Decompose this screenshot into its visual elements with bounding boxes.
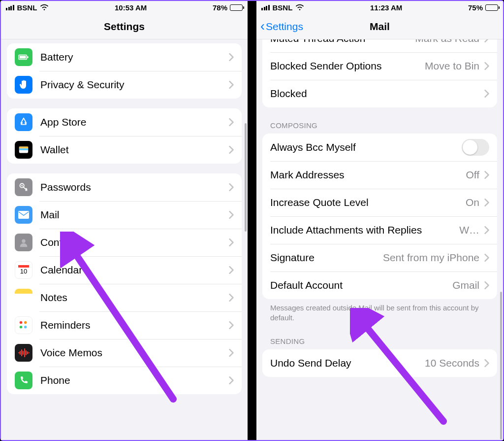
section-footer-composing: Messages created outside Mail will be se… — [256, 299, 503, 323]
row-value: Sent from my iPhone — [383, 252, 479, 264]
row-label: Notes — [40, 292, 224, 304]
settings-group: PasswordsMailContacts10CalendarNotesRemi… — [7, 173, 242, 394]
settings-row-contacts[interactable]: Contacts — [7, 229, 242, 256]
back-button[interactable]: ‹ Settings — [256, 20, 303, 33]
settings-group: App StoreWallet — [7, 108, 242, 164]
back-label: Settings — [266, 21, 303, 33]
calendar-icon: 10 — [15, 261, 32, 279]
signal-bars-icon — [6, 5, 14, 10]
svg-text:10: 10 — [20, 268, 27, 275]
row-label: Undo Send Delay — [270, 357, 420, 369]
mail-row-blocked-sender-options[interactable]: Blocked Sender OptionsMove to Bin — [262, 52, 497, 80]
settings-row-reminders[interactable]: Reminders — [7, 311, 242, 339]
reminders-icon — [15, 316, 32, 334]
settings-row-calendar[interactable]: 10Calendar — [7, 256, 242, 284]
chevron-right-icon — [229, 211, 234, 219]
scrollbar[interactable] — [500, 292, 502, 440]
row-label: Signature — [270, 252, 378, 264]
svg-point-14 — [20, 326, 23, 329]
envelope-icon — [15, 206, 32, 224]
row-label: Privacy & Security — [40, 79, 224, 91]
settings-row-mail[interactable]: Mail — [7, 201, 242, 229]
scrollbar[interactable] — [245, 123, 247, 232]
row-label: Calendar — [40, 264, 224, 276]
wifi-icon — [40, 4, 49, 11]
chevron-right-icon — [229, 349, 234, 357]
chevron-right-icon — [484, 171, 489, 179]
nav-bar: Settings — [1, 14, 248, 39]
svg-point-7 — [21, 185, 23, 186]
chevron-right-icon — [229, 146, 234, 154]
mail-row-undo-send-delay[interactable]: Undo Send Delay10 Seconds — [262, 349, 497, 377]
mail-row-blocked[interactable]: Blocked — [262, 80, 497, 107]
chevron-right-icon — [229, 53, 234, 61]
battery-pct-label: 75% — [468, 3, 483, 12]
row-label: Reminders — [40, 319, 224, 331]
settings-row-appstore[interactable]: App Store — [7, 108, 242, 136]
hand-icon — [15, 76, 32, 94]
notes-icon — [15, 289, 32, 306]
mail-row-default-account[interactable]: Default AccountGmail — [262, 271, 497, 299]
svg-rect-1 — [20, 56, 26, 59]
svg-rect-8 — [18, 211, 29, 219]
chevron-left-icon: ‹ — [260, 20, 265, 33]
settings-group: BatteryPrivacy & Security — [7, 43, 242, 99]
settings-row-voicememos[interactable]: Voice Memos — [7, 339, 242, 367]
chevron-right-icon — [484, 226, 489, 234]
mail-row-muted-thread[interactable]: Muted Thread ActionMark as Read — [262, 39, 497, 52]
settings-row-notes[interactable]: Notes — [7, 284, 242, 311]
chevron-right-icon — [484, 281, 489, 289]
battery-icon — [15, 48, 32, 66]
chevron-right-icon — [484, 359, 489, 367]
row-label: Contacts — [40, 237, 224, 248]
status-bar: BSNL 11:23 AM 75% — [256, 1, 503, 14]
battery-icon — [230, 4, 243, 11]
status-bar: BSNL 10:53 AM 78% — [1, 1, 248, 14]
phone-icon — [15, 372, 32, 389]
chevron-right-icon — [229, 321, 234, 329]
toggle-switch[interactable] — [462, 139, 489, 156]
row-value: 10 Seconds — [425, 357, 479, 369]
row-label: Blocked Sender Options — [270, 60, 420, 72]
chevron-right-icon — [229, 183, 234, 191]
chevron-right-icon — [229, 294, 234, 302]
row-label: Include Attachments with Replies — [270, 224, 454, 236]
row-value: Gmail — [452, 279, 479, 291]
key-icon — [15, 178, 32, 196]
contacts-icon — [15, 234, 32, 251]
mail-row-increase-quote[interactable]: Increase Quote LevelOn — [262, 189, 497, 216]
svg-rect-4 — [19, 147, 28, 149]
clock-label: 11:23 AM — [370, 3, 402, 12]
carrier-label: BSNL — [273, 3, 293, 12]
row-label: Phone — [40, 374, 224, 386]
svg-point-13 — [24, 321, 27, 324]
settings-row-passwords[interactable]: Passwords — [7, 173, 242, 201]
chevron-right-icon — [484, 39, 489, 42]
settings-row-phone[interactable]: Phone — [7, 367, 242, 394]
chevron-right-icon — [484, 90, 489, 98]
mail-row-include-attachments[interactable]: Include Attachments with RepliesW… — [262, 216, 497, 244]
chevron-right-icon — [484, 254, 489, 262]
clock-label: 10:53 AM — [115, 3, 147, 12]
chevron-right-icon — [484, 62, 489, 70]
row-value: Move to Bin — [425, 60, 479, 72]
appstore-icon — [15, 113, 32, 131]
mail-row-signature[interactable]: SignatureSent from my iPhone — [262, 244, 497, 271]
mail-group-sending: Undo Send Delay10 Seconds — [262, 349, 497, 377]
row-label: Always Bcc Myself — [270, 141, 457, 153]
settings-row-wallet[interactable]: Wallet — [7, 136, 242, 164]
svg-rect-5 — [19, 148, 28, 150]
mail-row-mark-addresses[interactable]: Mark AddressesOff — [262, 161, 497, 189]
wallet-icon — [15, 141, 32, 159]
mail-row-bcc-myself[interactable]: Always Bcc Myself — [262, 134, 497, 161]
mail-group-composing: Always Bcc MyselfMark AddressesOffIncrea… — [262, 134, 497, 299]
phone-right: BSNL 11:23 AM 75% ‹ Settings Mail Muted … — [256, 1, 503, 440]
svg-rect-2 — [27, 56, 28, 58]
settings-row-battery[interactable]: Battery — [7, 43, 242, 71]
row-label: Voice Memos — [40, 347, 224, 359]
row-label: Blocked — [270, 88, 479, 100]
svg-point-15 — [24, 326, 27, 329]
row-value: Mark as Read — [415, 39, 479, 44]
settings-row-privacy[interactable]: Privacy & Security — [7, 71, 242, 99]
chevron-right-icon — [484, 199, 489, 206]
